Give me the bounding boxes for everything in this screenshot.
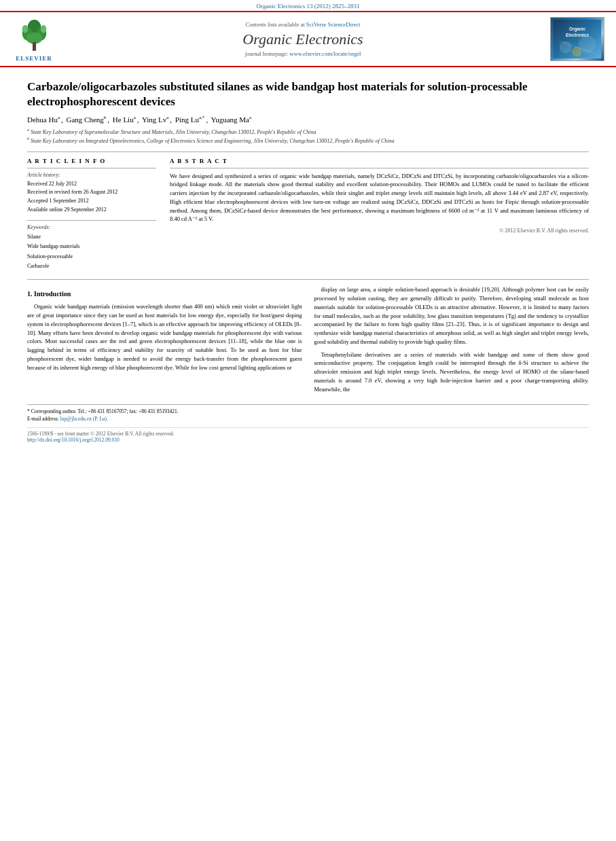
citation-text: Organic Electronics 13 (2012) 2825–2831 bbox=[257, 3, 360, 10]
homepage-url[interactable]: www.elsevier.com/locate/orgel bbox=[289, 50, 361, 57]
online-date: Available online 29 September 2012 bbox=[27, 206, 156, 215]
abstract-label: A B S T R A C T bbox=[170, 158, 589, 164]
info-abstract-row: A R T I C L E I N F O Article history: R… bbox=[27, 158, 589, 272]
article-info-col: A R T I C L E I N F O Article history: R… bbox=[27, 158, 156, 272]
intro-section-title: Introduction bbox=[34, 290, 71, 298]
affiliation-b: b State Key Laboratory on Integrated Opt… bbox=[27, 136, 589, 145]
article-title: Carbazole/oligocarbazoles substituted si… bbox=[27, 79, 589, 109]
history-label: Article history: bbox=[27, 172, 156, 178]
email-label: E-mail address: bbox=[27, 416, 59, 422]
author-4: Ying Lva bbox=[142, 115, 168, 124]
body-columns: 1. Introduction Organic wide bandgap mat… bbox=[27, 285, 589, 397]
journal-cover-area: Organic Electronics bbox=[545, 17, 609, 61]
journal-title: Organic Electronics bbox=[61, 31, 545, 48]
sciverse-link[interactable]: SciVerse ScienceDirect bbox=[306, 21, 361, 28]
copyright-line: © 2012 Elsevier B.V. All rights reserved… bbox=[170, 228, 589, 234]
footnote-email: E-mail address: lup@jlu.edu.cn (P. Lu). bbox=[27, 416, 589, 422]
footer-license-text: 1566-1199/$ - see front matter © 2012 El… bbox=[27, 431, 589, 437]
svg-text:Organic: Organic bbox=[569, 26, 585, 32]
author-2: Gang Chengb bbox=[67, 115, 107, 124]
article-info-label: A R T I C L E I N F O bbox=[27, 158, 156, 164]
keywords-divider bbox=[27, 220, 156, 221]
journal-homepage: journal homepage: www.elsevier.com/locat… bbox=[61, 50, 545, 57]
cover-svg: Organic Electronics bbox=[551, 20, 604, 58]
elsevier-logo-area: ELSEVIER bbox=[7, 16, 61, 62]
footnote-corresponding: * Corresponding author. Tel.: +86 431 85… bbox=[27, 408, 589, 414]
divider-bottom bbox=[27, 279, 589, 280]
sciverse-line: Contents lists available at SciVerse Sci… bbox=[61, 21, 545, 28]
main-content: Carbazole/oligocarbazoles substituted si… bbox=[0, 67, 616, 450]
keywords-label: Keywords: bbox=[27, 224, 156, 230]
journal-header-center: Contents lists available at SciVerse Sci… bbox=[61, 21, 545, 57]
keywords-list: Silane Wide bandgap materials Solution-p… bbox=[27, 232, 156, 272]
info-divider bbox=[27, 168, 156, 168]
elsevier-wordmark: ELSEVIER bbox=[16, 55, 52, 62]
affiliations: a State Key Laboratory of Supramolecular… bbox=[27, 127, 589, 145]
body-col-right: display on large area, a simple solution… bbox=[314, 285, 590, 397]
author-6: Yuguang Maa bbox=[211, 115, 251, 124]
sciverse-prefix: Contents lists available at bbox=[246, 21, 305, 28]
received-date: Received 22 July 2012 bbox=[27, 180, 156, 189]
footnote-area: * Corresponding author. Tel.: +86 431 85… bbox=[27, 404, 589, 422]
citation-bar: Organic Electronics 13 (2012) 2825–2831 bbox=[0, 0, 616, 11]
svg-point-6 bbox=[22, 25, 27, 33]
elsevier-tree-icon bbox=[16, 16, 53, 54]
keyword-1: Silane bbox=[27, 232, 156, 242]
intro-paragraph-1: Organic wide bandgap materials (emission… bbox=[27, 302, 302, 372]
journal-cover-image: Organic Electronics bbox=[550, 17, 604, 61]
svg-point-7 bbox=[40, 25, 46, 33]
affiliation-a: a State Key Laboratory of Supramolecular… bbox=[27, 127, 589, 136]
author-3: He Liua bbox=[113, 115, 136, 124]
divider-top bbox=[27, 151, 589, 152]
svg-rect-5 bbox=[32, 42, 35, 51]
keyword-2: Wide bandgap materials bbox=[27, 242, 156, 251]
accepted-date: Accepted 1 September 2012 bbox=[27, 197, 156, 206]
intro-heading: 1. Introduction bbox=[27, 289, 302, 299]
keyword-3: Solution-processable bbox=[27, 252, 156, 262]
body-col-left: 1. Introduction Organic wide bandgap mat… bbox=[27, 285, 302, 397]
intro-paragraph-right-1: display on large area, a simple solution… bbox=[314, 285, 590, 346]
author-1: Dehua Hua bbox=[27, 115, 60, 124]
author-5: Ping Lua,* bbox=[175, 115, 205, 124]
email-address: lup@jlu.edu.cn (P. Lu). bbox=[60, 416, 108, 422]
elsevier-logo: ELSEVIER bbox=[7, 16, 61, 62]
abstract-text: We have designed and synthesized a serie… bbox=[170, 172, 589, 224]
info-dates: Received 22 July 2012 Received in revise… bbox=[27, 180, 156, 215]
homepage-prefix: journal homepage: bbox=[245, 50, 289, 57]
journal-header: ELSEVIER Contents lists available at Sci… bbox=[0, 11, 616, 67]
keyword-4: Carbazole bbox=[27, 262, 156, 271]
page-container: Organic Electronics 13 (2012) 2825–2831 … bbox=[0, 0, 616, 450]
revised-date: Received in revised form 26 August 2012 bbox=[27, 188, 156, 197]
authors-line: Dehua Hua, Gang Chengb, He Liua, Ying Lv… bbox=[27, 115, 589, 124]
footer-doi[interactable]: http://dx.doi.org/10.1016/j.orgel.2012.0… bbox=[27, 437, 589, 443]
abstract-divider bbox=[170, 168, 589, 168]
intro-paragraph-right-2: Tetraphenylsilane derivatives are a seri… bbox=[314, 351, 590, 394]
footer-area: 1566-1199/$ - see front matter © 2012 El… bbox=[27, 427, 589, 443]
abstract-col: A B S T R A C T We have designed and syn… bbox=[170, 158, 589, 272]
intro-section-number: 1. bbox=[27, 290, 33, 298]
keywords-section: Keywords: Silane Wide bandgap materials … bbox=[27, 224, 156, 272]
